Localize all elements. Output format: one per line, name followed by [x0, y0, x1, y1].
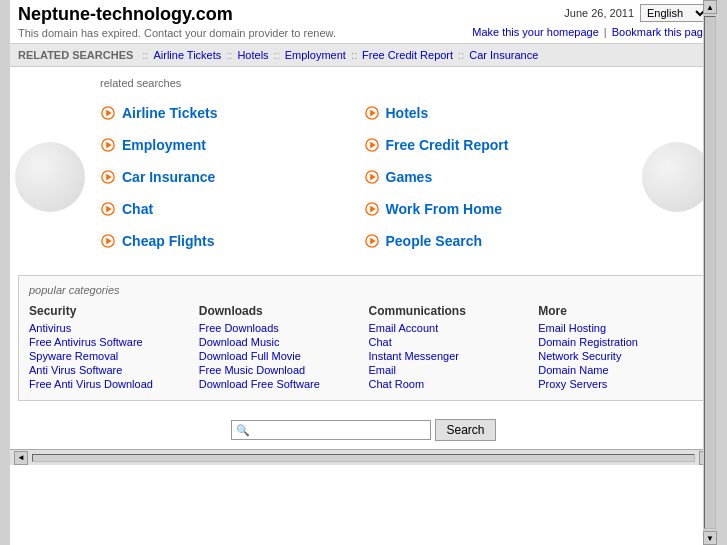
arrow-icon-hotels [364, 105, 380, 121]
site-subtitle: This domain has expired. Contact your do… [18, 27, 336, 39]
arrow-icon-flights [100, 233, 116, 249]
result-link-chat[interactable]: Chat [122, 201, 153, 217]
result-item-hotels: Hotels [364, 97, 628, 129]
svg-marker-15 [370, 206, 375, 213]
cat-link-spyware[interactable]: Spyware Removal [29, 350, 189, 362]
result-item-wfh: Work From Home [364, 193, 628, 225]
cat-link-email-hosting[interactable]: Email Hosting [538, 322, 698, 334]
content-area: related searches Airline Tickets [10, 67, 717, 267]
result-item-people: People Search [364, 225, 628, 257]
category-communications: Communications Email Account Chat Instan… [369, 304, 529, 392]
result-link-wfh[interactable]: Work From Home [386, 201, 502, 217]
vertical-scroll-track[interactable] [704, 16, 716, 529]
nav-link-employment[interactable]: Employment [285, 49, 346, 61]
svg-marker-13 [106, 206, 111, 213]
result-link-insurance[interactable]: Car Insurance [122, 169, 215, 185]
link-separator: | [604, 26, 607, 38]
nav-link-insurance[interactable]: Car Insurance [469, 49, 538, 61]
nav-sep-4: :: [351, 49, 357, 61]
cat-link-domain-name[interactable]: Domain Name [538, 364, 698, 376]
result-item-airline: Airline Tickets [100, 97, 364, 129]
result-link-people[interactable]: People Search [386, 233, 483, 249]
categories-grid: Security Antivirus Free Antivirus Softwa… [29, 304, 698, 392]
svg-marker-5 [106, 142, 111, 149]
result-link-airline[interactable]: Airline Tickets [122, 105, 217, 121]
right-circle-shape [642, 142, 712, 212]
cat-title-communications: Communications [369, 304, 529, 318]
left-circle-shape [15, 142, 85, 212]
bottom-scrollbar: ◄ ► [10, 449, 717, 465]
result-item-flights: Cheap Flights [100, 225, 364, 257]
scroll-left-button[interactable]: ◄ [14, 451, 28, 465]
cat-link-domain-reg[interactable]: Domain Registration [538, 336, 698, 348]
cat-title-downloads: Downloads [199, 304, 359, 318]
cat-link-email-account[interactable]: Email Account [369, 322, 529, 334]
cat-link-antivirus[interactable]: Antivirus [29, 322, 189, 334]
search-input[interactable] [253, 423, 423, 437]
result-link-flights[interactable]: Cheap Flights [122, 233, 215, 249]
main-wrapper: Neptune-technology.com This domain has e… [10, 0, 717, 545]
top-bar: Neptune-technology.com This domain has e… [10, 0, 717, 44]
right-scrollbar: ▲ ▼ [703, 0, 717, 545]
cat-link-free-antivirus[interactable]: Free Antivirus Software [29, 336, 189, 348]
nav-sep-3: :: [274, 49, 280, 61]
language-select[interactable]: English Español Français Deutsch [640, 4, 709, 22]
scroll-down-button[interactable]: ▼ [703, 531, 717, 545]
cat-link-download-music[interactable]: Download Music [199, 336, 359, 348]
result-item-employment: Employment [100, 129, 364, 161]
site-title: Neptune-technology.com [18, 4, 336, 25]
nav-link-hotels[interactable]: Hotels [237, 49, 268, 61]
top-right: June 26, 2011 English Español Français D… [472, 4, 709, 38]
horizontal-scroll-track[interactable] [32, 454, 695, 462]
result-link-employment[interactable]: Employment [122, 137, 206, 153]
result-link-hotels[interactable]: Hotels [386, 105, 429, 121]
svg-marker-19 [370, 238, 375, 245]
cat-link-network-security[interactable]: Network Security [538, 350, 698, 362]
nav-bar: RELATED SEARCHES :: Airline Tickets :: H… [10, 44, 717, 67]
cat-link-chat[interactable]: Chat [369, 336, 529, 348]
search-bar: 🔍 Search [10, 409, 717, 449]
nav-sep-5: :: [458, 49, 464, 61]
date-lang: June 26, 2011 English Español Français D… [472, 4, 709, 22]
svg-marker-7 [370, 142, 375, 149]
cat-link-free-antivirus-dl[interactable]: Free Anti Virus Download [29, 378, 189, 390]
svg-marker-17 [106, 238, 111, 245]
popular-label: popular categories [29, 284, 698, 296]
arrow-icon-airline [100, 105, 116, 121]
cat-link-download-movie[interactable]: Download Full Movie [199, 350, 359, 362]
svg-marker-11 [370, 174, 375, 181]
cat-title-security: Security [29, 304, 189, 318]
popular-section: popular categories Security Antivirus Fr… [18, 275, 709, 401]
cat-title-more: More [538, 304, 698, 318]
cat-link-antivirus-software[interactable]: Anti Virus Software [29, 364, 189, 376]
nav-sep-1: :: [142, 49, 148, 61]
nav-sep-2: :: [226, 49, 232, 61]
result-link-games[interactable]: Games [386, 169, 433, 185]
arrow-icon-insurance [100, 169, 116, 185]
cat-link-proxy[interactable]: Proxy Servers [538, 378, 698, 390]
result-link-credit[interactable]: Free Credit Report [386, 137, 509, 153]
bookmark-link[interactable]: Bookmark this page [612, 26, 709, 38]
search-button[interactable]: Search [435, 419, 495, 441]
result-item-chat: Chat [100, 193, 364, 225]
category-more: More Email Hosting Domain Registration N… [538, 304, 698, 392]
cat-link-free-downloads[interactable]: Free Downloads [199, 322, 359, 334]
cat-link-free-software[interactable]: Download Free Software [199, 378, 359, 390]
nav-link-credit[interactable]: Free Credit Report [362, 49, 453, 61]
svg-marker-3 [370, 110, 375, 117]
cat-link-instant-messenger[interactable]: Instant Messenger [369, 350, 529, 362]
top-links: Make this your homepage | Bookmark this … [472, 26, 709, 38]
cat-link-free-music[interactable]: Free Music Download [199, 364, 359, 376]
nav-link-airline[interactable]: Airline Tickets [153, 49, 221, 61]
search-results: related searches Airline Tickets [90, 77, 637, 257]
cat-link-chat-room[interactable]: Chat Room [369, 378, 529, 390]
make-homepage-link[interactable]: Make this your homepage [472, 26, 599, 38]
category-downloads: Downloads Free Downloads Download Music … [199, 304, 359, 392]
arrow-icon-wfh [364, 201, 380, 217]
site-info: Neptune-technology.com This domain has e… [18, 4, 336, 39]
search-icon: 🔍 [236, 424, 250, 437]
scroll-up-button[interactable]: ▲ [703, 0, 717, 14]
cat-link-email[interactable]: Email [369, 364, 529, 376]
result-item-credit: Free Credit Report [364, 129, 628, 161]
search-input-wrapper: 🔍 [231, 420, 431, 440]
